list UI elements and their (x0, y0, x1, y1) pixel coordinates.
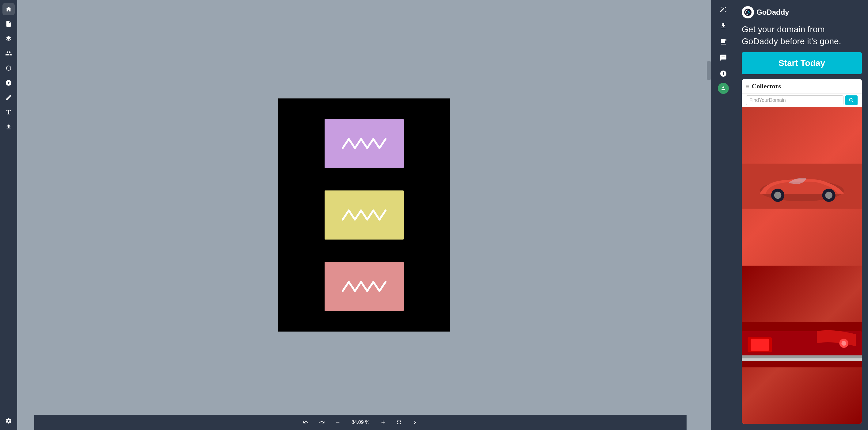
right-toolbar (711, 0, 736, 430)
car-image-top (742, 107, 862, 265)
sidebar-item-effects[interactable] (2, 77, 15, 89)
magic-toolbar-button[interactable] (717, 3, 730, 17)
sidebar-item-text[interactable]: T (2, 106, 15, 118)
svg-point-9 (825, 192, 832, 199)
godaddy-brand-name: GoDaddy (756, 8, 789, 17)
sidebar-item-add-page[interactable] (2, 18, 15, 30)
ad-preview-card: ≡ Collectors FindYourDomain (742, 79, 862, 424)
zoom-out-button[interactable]: − (332, 417, 343, 428)
zoom-value-display: 84.09 % (348, 420, 373, 425)
bottom-bar: − 84.09 % + (34, 415, 687, 430)
car-image-bottom (742, 266, 862, 424)
present-toolbar-button[interactable] (717, 35, 730, 49)
sidebar-item-shapes[interactable] (2, 62, 15, 74)
ad-preview-header: ≡ Collectors (742, 79, 862, 93)
zoom-percent-sign: % (365, 420, 369, 425)
hamburger-icon: ≡ (746, 83, 749, 90)
zoom-plus-icon: + (381, 418, 385, 426)
godaddy-brand-icon (742, 6, 754, 19)
start-today-button[interactable]: Start Today (742, 52, 862, 74)
comment-toolbar-button[interactable] (717, 51, 730, 64)
domain-search-button[interactable] (845, 95, 858, 105)
sidebar-item-layers[interactable] (2, 32, 15, 45)
canvas-area: − 84.09 % + (17, 0, 711, 430)
ad-panel: GoDaddy Get your domain from GoDaddy bef… (736, 0, 868, 430)
svg-rect-13 (751, 339, 769, 350)
design-canvas (278, 98, 450, 332)
zigzag-yellow (340, 206, 389, 224)
sidebar-item-home[interactable] (2, 3, 15, 15)
ad-tagline: Get your domain from GoDaddy before it's… (742, 23, 862, 47)
car-images-container (742, 107, 862, 424)
scroll-track[interactable] (707, 0, 711, 430)
sidebar-item-people[interactable] (2, 47, 15, 59)
svg-rect-15 (742, 358, 862, 361)
zigzag-pink (340, 277, 389, 296)
canvas-card-purple[interactable] (324, 119, 404, 168)
sidebar-item-settings[interactable] (2, 415, 15, 427)
zoom-number: 84.09 (351, 420, 364, 425)
left-sidebar: T (0, 0, 17, 430)
expand-panel-button[interactable] (409, 417, 421, 428)
zoom-in-button[interactable]: + (378, 417, 389, 428)
collectors-logo: Collectors (752, 82, 781, 90)
info-toolbar-button[interactable] (717, 67, 730, 80)
text-icon-label: T (6, 108, 11, 116)
scroll-thumb[interactable] (707, 61, 711, 80)
zoom-minus-icon: − (336, 418, 340, 426)
canvas-card-yellow[interactable] (324, 191, 404, 239)
publish-toolbar-button[interactable] (717, 19, 730, 32)
canvas-card-pink[interactable] (324, 262, 404, 311)
svg-point-7 (774, 192, 781, 199)
redo-button[interactable] (316, 417, 327, 428)
svg-point-2 (6, 66, 11, 70)
sidebar-item-draw[interactable] (2, 91, 15, 104)
undo-button[interactable] (300, 417, 311, 428)
fit-to-screen-button[interactable] (394, 417, 405, 428)
domain-input-field[interactable]: FindYourDomain (746, 95, 843, 105)
zigzag-purple (340, 134, 389, 153)
svg-point-17 (841, 341, 846, 346)
sidebar-item-upload[interactable] (2, 121, 15, 133)
profile-toolbar-button[interactable] (718, 83, 729, 94)
godaddy-logo: GoDaddy (742, 6, 862, 19)
